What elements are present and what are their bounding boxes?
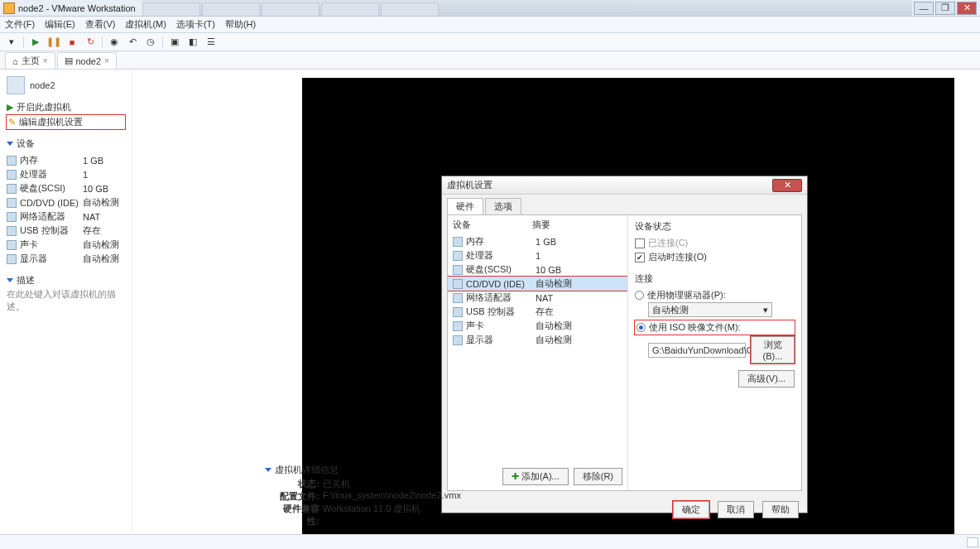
tab-home[interactable]: ⌂ 主页 × xyxy=(5,52,55,69)
menu-help[interactable]: 帮助(H) xyxy=(225,18,256,31)
hardware-row[interactable]: 声卡自动检测 xyxy=(448,319,627,333)
connection-label: 连接 xyxy=(635,272,795,285)
edit-vm-settings-link[interactable]: ✎ 编辑虚拟机设置 xyxy=(7,115,125,129)
menu-tabs[interactable]: 选项卡(T) xyxy=(176,18,215,31)
background-tabs xyxy=(142,0,912,16)
use-iso-file-radio[interactable]: 使用 ISO 映像文件(M): xyxy=(635,320,795,335)
vm-icon: ▤ xyxy=(65,55,73,66)
hardware-summary: 1 xyxy=(536,251,540,261)
device-row[interactable]: 内存1 GB xyxy=(7,153,125,167)
toolbar-library-icon[interactable]: ☰ xyxy=(204,36,218,49)
tab-node2[interactable]: ▤ node2 × xyxy=(57,52,117,69)
device-row[interactable]: 显示器自动检测 xyxy=(7,252,125,266)
advanced-button[interactable]: 高级(V)... xyxy=(738,370,795,388)
device-row[interactable]: 网络适配器NAT xyxy=(7,209,125,224)
menu-bar: 文件(F) 编辑(E) 查看(V) 虚拟机(M) 选项卡(T) 帮助(H) xyxy=(0,17,980,33)
device-icon xyxy=(453,321,463,331)
hardware-summary: NAT xyxy=(536,293,553,303)
connected-label: 已连接(C) xyxy=(648,237,688,249)
hardware-summary: 存在 xyxy=(536,306,554,318)
menu-file[interactable]: 文件(F) xyxy=(5,18,35,31)
device-icon xyxy=(7,212,17,222)
device-icon xyxy=(7,170,17,180)
hardware-row[interactable]: 显示器自动检测 xyxy=(448,333,627,347)
toolbar-stop-icon[interactable]: ■ xyxy=(65,36,79,49)
hardware-name: 网络适配器 xyxy=(466,291,532,304)
toolbar-manage-icon[interactable]: ◷ xyxy=(144,36,157,49)
toolbar-fullscreen-icon[interactable]: ▣ xyxy=(168,36,181,49)
toolbar-snapshot-icon[interactable]: ◉ xyxy=(108,36,121,49)
toolbar-dropdown-icon[interactable]: ▾ xyxy=(5,36,18,49)
ok-button[interactable]: 确定 xyxy=(673,501,709,518)
device-row[interactable]: CD/DVD (IDE)自动检测 xyxy=(7,195,125,209)
device-value: 1 xyxy=(83,170,88,180)
hardware-name: CD/DVD (IDE) xyxy=(466,279,532,289)
hardware-row[interactable]: 硬盘(SCSI)10 GB xyxy=(448,262,627,277)
toolbar: ▾ ▶ ❚❚ ■ ↻ ◉ ↶ ◷ ▣ ◧ ☰ xyxy=(0,33,980,51)
physical-drive-combo[interactable]: 自动检测 ▾ xyxy=(648,302,772,317)
hardware-list: 设备 摘要 内存1 GB处理器1硬盘(SCSI)10 GBCD/DVD (IDE… xyxy=(448,215,628,490)
menu-edit[interactable]: 编辑(E) xyxy=(45,18,75,31)
device-value: 自动检测 xyxy=(83,196,119,209)
device-row[interactable]: 处理器1 xyxy=(7,167,125,181)
checkbox-icon: ✔ xyxy=(635,253,645,262)
device-row[interactable]: USB 控制器存在 xyxy=(7,224,125,238)
device-name: 声卡 xyxy=(20,238,79,251)
hardware-row[interactable]: CD/DVD (IDE)自动检测 xyxy=(448,277,627,291)
description-placeholder[interactable]: 在此处键入对该虚拟机的描述。 xyxy=(7,287,125,315)
cancel-button[interactable]: 取消 xyxy=(718,501,754,518)
col-summary: 摘要 xyxy=(532,219,550,231)
remove-hardware-button[interactable]: 移除(R) xyxy=(574,468,622,485)
resize-grip-icon[interactable] xyxy=(967,537,978,547)
device-name: 硬盘(SCSI) xyxy=(20,182,79,195)
toolbar-pause-icon[interactable]: ❚❚ xyxy=(47,36,60,49)
connect-at-poweron-checkbox[interactable]: ✔ 启动时连接(O) xyxy=(635,250,795,264)
use-physical-drive-radio[interactable]: 使用物理驱动器(P): xyxy=(635,288,795,302)
menu-vm[interactable]: 虚拟机(M) xyxy=(125,18,166,31)
app-icon xyxy=(3,2,15,14)
description-section-header[interactable]: 描述 xyxy=(7,274,125,287)
power-on-vm-link[interactable]: ▶ 开启此虚拟机 xyxy=(7,99,125,115)
toolbar-revert-icon[interactable]: ↶ xyxy=(126,36,139,49)
dialog-title: 虚拟机设置 xyxy=(447,179,492,191)
device-value: 1 GB xyxy=(83,156,103,166)
tab-node2-close-icon[interactable]: × xyxy=(104,56,109,65)
device-icon xyxy=(7,198,17,208)
tab-home-close-icon[interactable]: × xyxy=(43,56,48,65)
toolbar-play-icon[interactable]: ▶ xyxy=(29,36,42,49)
window-minimize-button[interactable]: — xyxy=(914,2,934,15)
hardware-name: 处理器 xyxy=(466,249,532,262)
device-row[interactable]: 硬盘(SCSI)10 GB xyxy=(7,181,125,195)
dialog-close-button[interactable]: ✕ xyxy=(772,179,802,192)
device-row[interactable]: 声卡自动检测 xyxy=(7,238,125,252)
device-icon xyxy=(453,307,463,317)
tab-hardware[interactable]: 硬件 xyxy=(447,198,483,214)
hardware-row[interactable]: USB 控制器存在 xyxy=(448,305,627,319)
help-button[interactable]: 帮助 xyxy=(762,501,799,518)
device-icon xyxy=(7,240,17,250)
add-hardware-button[interactable]: ✚ 添加(A)... xyxy=(502,468,569,485)
hardware-row[interactable]: 网络适配器NAT xyxy=(448,291,627,305)
hardware-row[interactable]: 处理器1 xyxy=(448,248,627,262)
device-icon xyxy=(453,279,463,289)
window-close-button[interactable]: ✕ xyxy=(957,2,977,15)
toolbar-reset-icon[interactable]: ↻ xyxy=(84,36,97,49)
vm-details-header[interactable]: 虚拟机详细信息 xyxy=(265,464,461,476)
use-iso-file-label: 使用 ISO 映像文件(M): xyxy=(649,321,741,334)
detail-label: 状态: xyxy=(275,478,319,490)
iso-path-combo[interactable]: G:\BaiduYunDownload\Cent ▾ xyxy=(648,343,746,358)
toolbar-unity-icon[interactable]: ◧ xyxy=(186,36,199,49)
browse-button[interactable]: 浏览(B)... xyxy=(751,336,795,364)
col-device: 设备 xyxy=(453,219,532,231)
hardware-row[interactable]: 内存1 GB xyxy=(448,234,627,248)
connected-checkbox[interactable]: 已连接(C) xyxy=(635,236,795,250)
window-maximize-button[interactable]: ❐ xyxy=(935,2,955,15)
vm-large-icon xyxy=(7,76,25,94)
menu-view[interactable]: 查看(V) xyxy=(85,18,116,31)
detail-row: 硬件兼容性:Workstation 11.0 虚拟机 xyxy=(265,503,461,527)
devices-section-header[interactable]: 设备 xyxy=(7,137,125,150)
hardware-name: 硬盘(SCSI) xyxy=(466,263,532,276)
physical-drive-value: 自动检测 xyxy=(652,304,689,316)
tab-options[interactable]: 选项 xyxy=(485,198,521,214)
device-icon xyxy=(453,237,463,247)
